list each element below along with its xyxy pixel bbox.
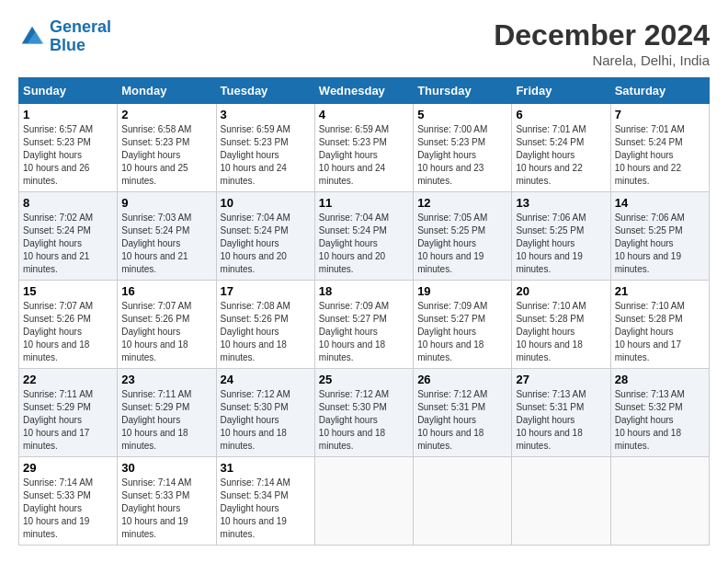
day-info: Sunrise: 7:11 AMSunset: 5:29 PMDaylight … xyxy=(23,388,113,453)
calendar-cell: 6Sunrise: 7:01 AMSunset: 5:24 PMDaylight… xyxy=(512,104,610,192)
day-number: 4 xyxy=(319,108,409,121)
day-number: 23 xyxy=(121,373,211,386)
calendar-cell: 19Sunrise: 7:09 AMSunset: 5:27 PMDayligh… xyxy=(414,281,512,369)
day-number: 16 xyxy=(121,284,211,298)
day-info: Sunrise: 7:12 AMSunset: 5:30 PMDaylight … xyxy=(319,388,409,453)
calendar-cell: 22Sunrise: 7:11 AMSunset: 5:29 PMDayligh… xyxy=(19,369,118,457)
day-number: 27 xyxy=(516,373,606,386)
day-number: 13 xyxy=(516,196,606,210)
day-info: Sunrise: 7:12 AMSunset: 5:31 PMDaylight … xyxy=(417,388,507,453)
calendar-cell: 31Sunrise: 7:14 AMSunset: 5:34 PMDayligh… xyxy=(216,457,314,546)
weekday-tuesday: Tuesday xyxy=(216,78,314,104)
logo-general: General xyxy=(50,17,111,36)
calendar-table: SundayMondayTuesdayWednesdayThursdayFrid… xyxy=(18,77,710,546)
day-info: Sunrise: 7:14 AMSunset: 5:33 PMDaylight … xyxy=(23,477,113,541)
day-number: 14 xyxy=(615,196,705,210)
logo-text: General Blue xyxy=(50,18,111,55)
calendar-cell: 26Sunrise: 7:12 AMSunset: 5:31 PMDayligh… xyxy=(414,369,512,457)
calendar-cell: 12Sunrise: 7:05 AMSunset: 5:25 PMDayligh… xyxy=(414,192,512,281)
day-info: Sunrise: 7:10 AMSunset: 5:28 PMDaylight … xyxy=(516,300,606,364)
weekday-thursday: Thursday xyxy=(414,78,512,104)
calendar-cell: 27Sunrise: 7:13 AMSunset: 5:31 PMDayligh… xyxy=(512,369,610,457)
day-number: 5 xyxy=(417,108,507,121)
day-info: Sunrise: 6:59 AMSunset: 5:23 PMDaylight … xyxy=(319,123,409,188)
calendar-cell: 21Sunrise: 7:10 AMSunset: 5:28 PMDayligh… xyxy=(610,281,709,369)
calendar-cell: 7Sunrise: 7:01 AMSunset: 5:24 PMDaylight… xyxy=(610,104,709,192)
day-number: 8 xyxy=(23,196,113,210)
calendar-week-5: 29Sunrise: 7:14 AMSunset: 5:33 PMDayligh… xyxy=(19,457,710,546)
calendar-cell: 18Sunrise: 7:09 AMSunset: 5:27 PMDayligh… xyxy=(314,281,413,369)
calendar-cell: 10Sunrise: 7:04 AMSunset: 5:24 PMDayligh… xyxy=(216,192,314,281)
day-number: 26 xyxy=(417,373,507,386)
weekday-wednesday: Wednesday xyxy=(314,78,413,104)
day-info: Sunrise: 7:14 AMSunset: 5:34 PMDaylight … xyxy=(221,477,311,541)
calendar-week-1: 1Sunrise: 6:57 AMSunset: 5:23 PMDaylight… xyxy=(19,104,710,192)
day-number: 24 xyxy=(221,373,311,386)
day-info: Sunrise: 7:04 AMSunset: 5:24 PMDaylight … xyxy=(319,212,409,276)
day-info: Sunrise: 7:00 AMSunset: 5:23 PMDaylight … xyxy=(417,123,507,188)
day-number: 18 xyxy=(319,284,409,298)
day-number: 17 xyxy=(221,284,311,298)
logo-icon xyxy=(18,23,46,51)
day-number: 6 xyxy=(516,108,606,121)
day-number: 10 xyxy=(221,196,311,210)
calendar-cell: 23Sunrise: 7:11 AMSunset: 5:29 PMDayligh… xyxy=(118,369,216,457)
day-info: Sunrise: 7:10 AMSunset: 5:28 PMDaylight … xyxy=(615,300,705,364)
day-info: Sunrise: 7:01 AMSunset: 5:24 PMDaylight … xyxy=(615,123,705,188)
calendar-cell xyxy=(512,457,610,546)
calendar-cell xyxy=(414,457,512,546)
day-info: Sunrise: 6:58 AMSunset: 5:23 PMDaylight … xyxy=(121,123,211,188)
weekday-saturday: Saturday xyxy=(610,78,709,104)
day-info: Sunrise: 7:06 AMSunset: 5:25 PMDaylight … xyxy=(516,212,606,276)
calendar-body: 1Sunrise: 6:57 AMSunset: 5:23 PMDaylight… xyxy=(19,104,710,546)
calendar-cell: 14Sunrise: 7:06 AMSunset: 5:25 PMDayligh… xyxy=(610,192,709,281)
calendar-cell xyxy=(314,457,413,546)
day-number: 11 xyxy=(319,196,409,210)
calendar-cell: 24Sunrise: 7:12 AMSunset: 5:30 PMDayligh… xyxy=(216,369,314,457)
day-number: 9 xyxy=(121,196,211,210)
calendar-cell xyxy=(610,457,709,546)
day-number: 31 xyxy=(221,461,311,475)
calendar-week-3: 15Sunrise: 7:07 AMSunset: 5:26 PMDayligh… xyxy=(19,281,710,369)
weekday-sunday: Sunday xyxy=(19,78,118,104)
day-info: Sunrise: 7:07 AMSunset: 5:26 PMDaylight … xyxy=(23,300,113,364)
location-subtitle: Narela, Delhi, India xyxy=(494,52,710,68)
calendar-cell: 20Sunrise: 7:10 AMSunset: 5:28 PMDayligh… xyxy=(512,281,610,369)
calendar-cell: 4Sunrise: 6:59 AMSunset: 5:23 PMDaylight… xyxy=(314,104,413,192)
day-info: Sunrise: 7:14 AMSunset: 5:33 PMDaylight … xyxy=(121,477,211,541)
day-number: 1 xyxy=(23,108,113,121)
calendar-cell: 17Sunrise: 7:08 AMSunset: 5:26 PMDayligh… xyxy=(216,281,314,369)
month-title: December 2024 xyxy=(494,18,710,52)
day-info: Sunrise: 7:12 AMSunset: 5:30 PMDaylight … xyxy=(221,388,311,453)
day-info: Sunrise: 7:02 AMSunset: 5:24 PMDaylight … xyxy=(23,212,113,276)
day-number: 29 xyxy=(23,461,113,475)
day-info: Sunrise: 7:04 AMSunset: 5:24 PMDaylight … xyxy=(221,212,311,276)
calendar-cell: 3Sunrise: 6:59 AMSunset: 5:23 PMDaylight… xyxy=(216,104,314,192)
calendar-cell: 28Sunrise: 7:13 AMSunset: 5:32 PMDayligh… xyxy=(610,369,709,457)
calendar-cell: 2Sunrise: 6:58 AMSunset: 5:23 PMDaylight… xyxy=(118,104,216,192)
day-info: Sunrise: 7:13 AMSunset: 5:31 PMDaylight … xyxy=(516,388,606,453)
day-info: Sunrise: 7:07 AMSunset: 5:26 PMDaylight … xyxy=(121,300,211,364)
day-info: Sunrise: 6:57 AMSunset: 5:23 PMDaylight … xyxy=(23,123,113,188)
day-number: 28 xyxy=(615,373,705,386)
logo-blue: Blue xyxy=(50,36,85,54)
logo: General Blue xyxy=(18,18,111,55)
day-info: Sunrise: 7:03 AMSunset: 5:24 PMDaylight … xyxy=(121,212,211,276)
calendar-week-2: 8Sunrise: 7:02 AMSunset: 5:24 PMDaylight… xyxy=(19,192,710,281)
day-info: Sunrise: 7:09 AMSunset: 5:27 PMDaylight … xyxy=(319,300,409,364)
day-info: Sunrise: 6:59 AMSunset: 5:23 PMDaylight … xyxy=(221,123,311,188)
weekday-monday: Monday xyxy=(118,78,216,104)
day-number: 7 xyxy=(615,108,705,121)
calendar-cell: 15Sunrise: 7:07 AMSunset: 5:26 PMDayligh… xyxy=(19,281,118,369)
day-info: Sunrise: 7:01 AMSunset: 5:24 PMDaylight … xyxy=(516,123,606,188)
day-number: 19 xyxy=(417,284,507,298)
day-number: 25 xyxy=(319,373,409,386)
calendar-week-4: 22Sunrise: 7:11 AMSunset: 5:29 PMDayligh… xyxy=(19,369,710,457)
weekday-header-row: SundayMondayTuesdayWednesdayThursdayFrid… xyxy=(19,78,710,104)
calendar-cell: 9Sunrise: 7:03 AMSunset: 5:24 PMDaylight… xyxy=(118,192,216,281)
day-number: 22 xyxy=(23,373,113,386)
day-number: 15 xyxy=(23,284,113,298)
day-number: 3 xyxy=(221,108,311,121)
calendar-cell: 11Sunrise: 7:04 AMSunset: 5:24 PMDayligh… xyxy=(314,192,413,281)
day-info: Sunrise: 7:06 AMSunset: 5:25 PMDaylight … xyxy=(615,212,705,276)
